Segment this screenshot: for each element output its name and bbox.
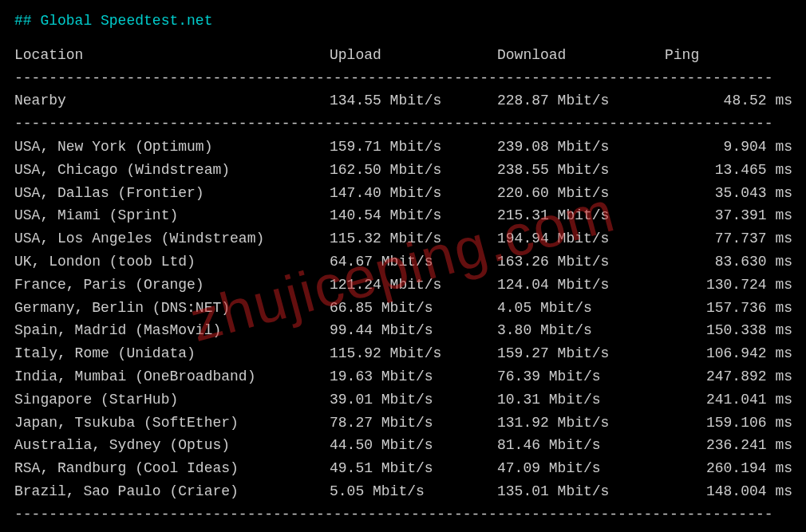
cell-upload: 19.63 Mbit/s xyxy=(330,365,497,388)
cell-download: 10.31 Mbit/s xyxy=(497,388,665,412)
cell-download: 194.94 Mbit/s xyxy=(497,227,665,250)
cell-ping: 13.465 ms xyxy=(665,159,792,182)
table-row: Australia, Sydney (Optus)44.50 Mbit/s81.… xyxy=(14,434,792,457)
cell-upload: 49.51 Mbit/s xyxy=(330,457,497,480)
cell-upload: 121.24 Mbit/s xyxy=(330,274,497,297)
table-row: Singapore (StarHub)39.01 Mbit/s10.31 Mbi… xyxy=(14,388,792,412)
cell-download: 238.55 Mbit/s xyxy=(497,159,665,182)
cell-ping: 9.904 ms xyxy=(665,136,792,159)
nearby-upload: 134.55 Mbit/s xyxy=(330,89,497,112)
cell-location: RSA, Randburg (Cool Ideas) xyxy=(14,457,330,480)
table-row: Italy, Rome (Unidata)115.92 Mbit/s159.27… xyxy=(14,342,792,365)
cell-ping: 35.043 ms xyxy=(665,182,792,205)
cell-upload: 162.50 Mbit/s xyxy=(330,159,497,182)
cell-location: USA, Dallas (Frontier) xyxy=(14,182,330,205)
cell-ping: 247.892 ms xyxy=(665,365,792,388)
table-row: Brazil, Sao Paulo (Criare)5.05 Mbit/s135… xyxy=(14,480,792,503)
divider: ----------------------------------------… xyxy=(14,67,792,90)
nearby-location: Nearby xyxy=(14,89,330,112)
cell-download: 163.26 Mbit/s xyxy=(497,250,665,274)
table-row: Japan, Tsukuba (SoftEther)78.27 Mbit/s13… xyxy=(14,412,792,435)
table-row: UK, London (toob Ltd)64.67 Mbit/s163.26 … xyxy=(14,250,792,274)
cell-download: 239.08 Mbit/s xyxy=(497,136,665,159)
cell-ping: 241.041 ms xyxy=(665,388,792,412)
table-row: USA, Dallas (Frontier)147.40 Mbit/s220.6… xyxy=(14,182,792,205)
cell-download: 81.46 Mbit/s xyxy=(497,434,665,457)
header-upload: Upload xyxy=(330,44,497,67)
cell-upload: 5.05 Mbit/s xyxy=(330,480,497,503)
cell-location: UK, London (toob Ltd) xyxy=(14,250,330,274)
cell-ping: 260.194 ms xyxy=(665,457,792,480)
cell-location: India, Mumbai (OneBroadband) xyxy=(14,365,330,388)
header-ping: Ping xyxy=(665,44,792,67)
table-row: USA, Los Angeles (Windstream)115.32 Mbit… xyxy=(14,227,792,250)
cell-upload: 64.67 Mbit/s xyxy=(330,250,497,274)
cell-location: Spain, Madrid (MasMovil) xyxy=(14,319,330,342)
cell-ping: 83.630 ms xyxy=(665,250,792,274)
cell-download: 131.92 Mbit/s xyxy=(497,412,665,435)
cell-upload: 147.40 Mbit/s xyxy=(330,182,497,205)
cell-download: 220.60 Mbit/s xyxy=(497,182,665,205)
cell-upload: 44.50 Mbit/s xyxy=(330,434,497,457)
header-location: Location xyxy=(14,44,330,67)
cell-upload: 66.85 Mbit/s xyxy=(330,297,497,320)
table-row: Germany, Berlin (DNS:NET)66.85 Mbit/s4.0… xyxy=(14,297,792,320)
cell-location: USA, Miami (Sprint) xyxy=(14,204,330,227)
table-row: USA, New York (Optimum)159.71 Mbit/s239.… xyxy=(14,136,792,159)
table-row: RSA, Randburg (Cool Ideas)49.51 Mbit/s47… xyxy=(14,457,792,480)
nearby-row: Nearby 134.55 Mbit/s 228.87 Mbit/s 48.52… xyxy=(14,89,792,112)
divider: ----------------------------------------… xyxy=(14,112,792,136)
nearby-download: 228.87 Mbit/s xyxy=(497,89,665,112)
table-row: Spain, Madrid (MasMovil)99.44 Mbit/s3.80… xyxy=(14,319,792,342)
cell-download: 159.27 Mbit/s xyxy=(497,342,665,365)
cell-location: Brazil, Sao Paulo (Criare) xyxy=(14,480,330,503)
cell-ping: 157.736 ms xyxy=(665,297,792,320)
cell-upload: 115.92 Mbit/s xyxy=(330,342,497,365)
cell-location: USA, Chicago (Windstream) xyxy=(14,159,330,182)
cell-ping: 130.724 ms xyxy=(665,274,792,297)
cell-download: 47.09 Mbit/s xyxy=(497,457,665,480)
cell-ping: 236.241 ms xyxy=(665,434,792,457)
cell-location: Japan, Tsukuba (SoftEther) xyxy=(14,412,330,435)
cell-upload: 140.54 Mbit/s xyxy=(330,204,497,227)
cell-ping: 150.338 ms xyxy=(665,319,792,342)
cell-download: 135.01 Mbit/s xyxy=(497,480,665,503)
table-row: USA, Miami (Sprint)140.54 Mbit/s215.31 M… xyxy=(14,204,792,227)
table-row: USA, Chicago (Windstream)162.50 Mbit/s23… xyxy=(14,159,792,182)
cell-ping: 77.737 ms xyxy=(665,227,792,250)
table-row: India, Mumbai (OneBroadband)19.63 Mbit/s… xyxy=(14,365,792,388)
cell-download: 3.80 Mbit/s xyxy=(497,319,665,342)
cell-location: Italy, Rome (Unidata) xyxy=(14,342,330,365)
header-download: Download xyxy=(497,44,665,67)
cell-location: USA, Los Angeles (Windstream) xyxy=(14,227,330,250)
cell-location: USA, New York (Optimum) xyxy=(14,136,330,159)
cell-upload: 78.27 Mbit/s xyxy=(330,412,497,435)
cell-ping: 106.942 ms xyxy=(665,342,792,365)
cell-ping: 148.004 ms xyxy=(665,480,792,503)
cell-download: 215.31 Mbit/s xyxy=(497,204,665,227)
divider: ----------------------------------------… xyxy=(14,503,792,526)
nearby-ping: 48.52 ms xyxy=(665,89,792,112)
speedtest-table: Location Upload Download Ping ----------… xyxy=(14,44,792,526)
table-row: France, Paris (Orange)121.24 Mbit/s124.0… xyxy=(14,274,792,297)
section-title: ## Global Speedtest.net xyxy=(14,10,792,33)
cell-location: Germany, Berlin (DNS:NET) xyxy=(14,297,330,320)
cell-download: 4.05 Mbit/s xyxy=(497,297,665,320)
cell-location: Australia, Sydney (Optus) xyxy=(14,434,330,457)
table-header-row: Location Upload Download Ping xyxy=(14,44,792,67)
cell-download: 76.39 Mbit/s xyxy=(497,365,665,388)
cell-ping: 159.106 ms xyxy=(665,412,792,435)
cell-location: Singapore (StarHub) xyxy=(14,388,330,412)
cell-location: France, Paris (Orange) xyxy=(14,274,330,297)
cell-upload: 99.44 Mbit/s xyxy=(330,319,497,342)
cell-upload: 115.32 Mbit/s xyxy=(330,227,497,250)
cell-download: 124.04 Mbit/s xyxy=(497,274,665,297)
cell-upload: 159.71 Mbit/s xyxy=(330,136,497,159)
cell-upload: 39.01 Mbit/s xyxy=(330,388,497,412)
cell-ping: 37.391 ms xyxy=(665,204,792,227)
